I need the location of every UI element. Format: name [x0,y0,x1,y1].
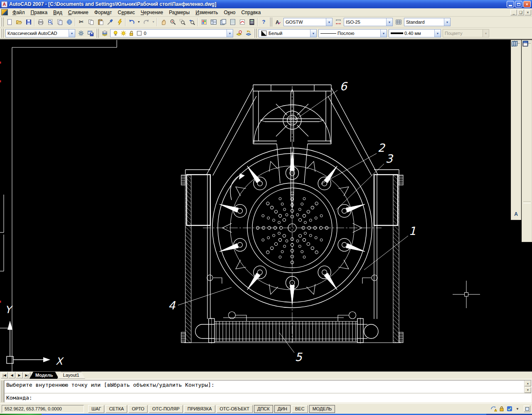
menu-help[interactable]: Справка [238,9,264,16]
redo-caret-button[interactable]: ▼ [151,17,156,27]
toggle-dyn[interactable]: ДИН [274,405,291,413]
toggle-lwt[interactable]: ВЕС [292,405,308,413]
table-button[interactable] [511,200,521,210]
region-button[interactable] [511,191,521,200]
menu-format[interactable]: Формат [91,9,115,16]
doc-close-button[interactable]: × [525,10,531,15]
menu-view[interactable]: Вид [50,9,65,16]
hatch-button[interactable] [511,173,521,182]
plot-button[interactable] [36,17,45,27]
plot-preview-button[interactable] [45,17,55,27]
rectangle-button[interactable] [511,82,521,91]
toggle-model[interactable]: МОДЕЛЬ [309,405,335,413]
command-prompt-line[interactable]: Команда: [5,393,531,402]
offset-button[interactable] [522,72,532,82]
fillet-button[interactable] [522,182,532,191]
workspace-settings-button[interactable] [76,29,86,38]
bring-above-objects-button[interactable] [522,222,532,232]
zoom-window-button[interactable] [177,17,187,27]
layer-unlock-icon[interactable] [128,30,135,37]
break-button[interactable] [522,155,532,164]
lineweight-combo[interactable]: 0.40 мм ▼ [389,29,441,37]
construction-line-button[interactable] [511,54,521,63]
send-under-objects-button[interactable] [522,232,532,241]
menu-draw[interactable]: Черчение [138,9,166,16]
workspace-combo[interactable]: Классический AutoCAD ▼ [5,29,75,37]
scroll-down-icon[interactable]: ▼ [525,387,531,393]
copy-button[interactable] [86,17,96,27]
tab-layout1[interactable]: Layout1 [57,372,85,379]
toggle-osnap[interactable]: ПРИВЯЗКА [184,405,215,413]
dim-style-combo[interactable]: ISO-25 ▼ [344,18,393,26]
drawing-canvas[interactable]: 123456XY [0,40,532,371]
block-editor-button[interactable] [115,17,124,27]
menu-edit[interactable]: Правка [28,9,51,16]
properties-button[interactable] [199,17,209,27]
designcenter-button[interactable] [209,17,218,27]
tray-caret-icon[interactable]: ▼ [514,405,521,412]
sheet-set-manager-button[interactable] [228,17,237,27]
pan-button[interactable] [158,17,168,27]
chevron-down-icon[interactable]: ▼ [326,18,332,26]
match-properties-button[interactable] [105,17,115,27]
menu-window[interactable]: Окно [221,9,239,16]
quickcalc-button[interactable] [247,17,256,27]
zoom-realtime-button[interactable] [168,17,177,27]
save-button[interactable] [24,17,33,27]
menu-merge[interactable]: Слияние [65,9,91,16]
clean-screen-button[interactable] [524,405,530,412]
make-object-layer-current-button[interactable] [234,29,244,38]
table-style-button[interactable] [394,17,403,27]
publish-button[interactable] [55,17,64,27]
undo-caret-button[interactable]: ▼ [136,17,141,27]
dim-style-button[interactable] [333,17,343,27]
revision-cloud-button[interactable] [511,109,521,118]
toggle-ortho[interactable]: ОРТО [128,405,148,413]
layer-color-swatch[interactable] [136,30,143,37]
text-style-combo[interactable]: GOSTW ▼ [283,18,332,26]
layer-previous-button[interactable] [244,29,253,38]
polygon-button[interactable] [511,72,521,82]
zoom-previous-button[interactable] [187,17,197,27]
text-style-button[interactable]: A [273,17,283,27]
move-button[interactable] [522,91,532,100]
save-workspace-button[interactable] [86,29,95,38]
doc-restore-button[interactable]: ❏ [517,10,524,15]
arc-button[interactable] [511,91,521,100]
scale-button[interactable] [522,109,532,118]
send-to-back-button[interactable] [522,213,532,222]
undo-button[interactable] [127,17,136,27]
polyline-button[interactable] [511,63,521,72]
bring-to-front-button[interactable] [522,204,532,213]
chevron-down-icon[interactable]: ▼ [69,30,75,37]
toolbar-grip[interactable] [269,17,272,27]
tab-model[interactable]: Модель [30,372,59,379]
help-button[interactable]: ? [259,17,268,27]
menu-file[interactable]: Файл [10,9,28,16]
toolbar-grip[interactable] [254,29,257,38]
menu-dimension[interactable]: Размеры [166,9,192,16]
break-at-point-button[interactable] [522,146,532,155]
join-button[interactable] [522,164,532,173]
paste-button[interactable] [96,17,105,27]
menu-tools[interactable]: Сервис [115,9,138,16]
copy-object-button[interactable] [522,54,532,63]
markup-set-manager-button[interactable] [237,17,247,27]
circle-button[interactable] [511,100,521,109]
restore-button[interactable] [515,1,522,7]
chevron-down-icon[interactable]: ▼ [380,30,387,37]
toolbar-grip[interactable] [1,29,4,38]
point-button[interactable] [511,164,521,173]
stretch-button[interactable] [522,118,532,127]
mirror-button[interactable] [522,63,532,72]
validate-icon[interactable] [506,405,513,412]
trim-button[interactable] [522,127,532,136]
prev-tab-button[interactable]: ◀ [8,372,15,378]
insert-block-button[interactable] [511,146,521,155]
tool-palettes-button[interactable] [218,17,228,27]
chevron-down-icon[interactable]: ▼ [386,18,392,26]
chamfer-button[interactable] [522,173,532,182]
layer-combo[interactable]: 0 ▼ [110,29,233,37]
toggle-grid[interactable]: СЕТКА [106,405,127,413]
rotate-button[interactable] [522,100,532,109]
